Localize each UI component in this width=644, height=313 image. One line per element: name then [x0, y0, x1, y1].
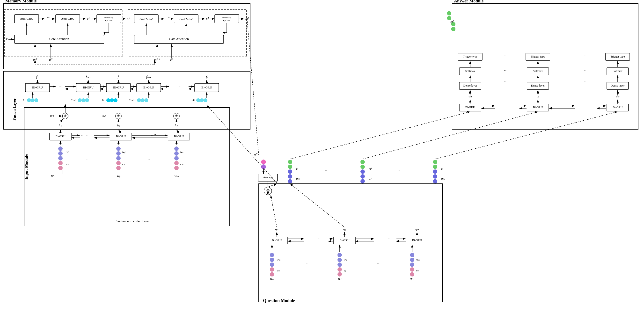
svg-point-92 [204, 98, 208, 102]
svg-point-174 [338, 253, 342, 257]
attn-gru-1a: Attn-GRU [20, 17, 34, 20]
svg-point-245 [360, 179, 365, 184]
svg-point-85 [114, 98, 118, 102]
svg-text:update: update [105, 19, 112, 22]
f1-label: f₁ [36, 75, 39, 79]
bigru-input-3: Bi-GRU [174, 135, 184, 138]
svg-point-246 [433, 160, 437, 164]
bigru-input-1: Bi-GRU [56, 135, 66, 138]
svg-line-266 [247, 19, 259, 155]
svg-line-267 [268, 184, 277, 187]
svg-point-127 [58, 151, 62, 156]
svg-text:···: ··· [388, 237, 390, 240]
svg-point-244 [360, 174, 365, 178]
svg-point-130 [58, 166, 62, 170]
q-in-label: qᵢₙ [415, 228, 419, 231]
svg-text:···: ··· [584, 79, 586, 83]
e-in: eᵢₙ [180, 162, 184, 166]
svg-point-133 [116, 146, 121, 151]
svg-point-177 [338, 267, 342, 272]
h-in: hᵢₙ [175, 124, 178, 127]
input-module-label: Input Module [24, 154, 29, 180]
svg-point-183 [410, 262, 414, 267]
svg-point-90 [196, 98, 200, 102]
bigru-q2: Bi-GRU [340, 238, 350, 242]
svg-point-264 [447, 16, 451, 20]
svg-point-181 [410, 253, 414, 257]
qi1-col: qᵢ₁ [296, 177, 300, 180]
svg-point-140 [174, 146, 179, 151]
si1-label: sᵢ₋₁ [71, 98, 76, 102]
svg-text:···: ··· [59, 85, 62, 88]
svg-point-184 [410, 267, 414, 272]
Wq-in: Wᵢₙ [410, 277, 414, 280]
svg-text:···: ··· [81, 134, 84, 137]
c1-label: c¹ [87, 17, 90, 20]
svg-text:···: ··· [504, 54, 506, 58]
svg-text:···: ··· [86, 158, 88, 162]
svg-text:···: ··· [377, 262, 380, 266]
svg-line-97 [60, 119, 63, 122]
svg-line-253 [290, 112, 470, 159]
bigru-fusion-2: Bi-GRU [83, 86, 94, 89]
q-i1-label: qᵢ₁ [275, 228, 278, 231]
eq-ij: eᵢⱼ [344, 269, 346, 272]
fl-label: fₗ [206, 75, 208, 79]
qin-col: qᵢₙ [441, 177, 445, 180]
fi-label: fᵢ [118, 75, 120, 79]
svg-line-265 [207, 105, 277, 183]
svg-text:···: ··· [168, 16, 171, 20]
Wq-ij: Wᵢⱼ [338, 277, 342, 280]
svg-text:···: ··· [163, 98, 166, 101]
bigru-fusion-5: Bi-GRU [201, 86, 212, 89]
gate-attention-2: Gate Attention [169, 37, 189, 41]
q-ij-label: qᵢⱼ [343, 228, 346, 231]
sentence-encoder-label: Sentence Encoder Layer [116, 220, 150, 223]
qstar-main: q* [254, 152, 258, 156]
mt-col2: mᵗ [369, 167, 372, 171]
svg-text:···: ··· [584, 54, 586, 58]
mt-col1: mᵗ [296, 167, 300, 171]
svg-point-178 [338, 272, 342, 276]
Wq-i1: Wᵢ₁ [270, 277, 274, 280]
ct-label: cᵗ [206, 17, 209, 20]
svg-point-237 [288, 164, 292, 169]
s1-label: s₁ [23, 98, 26, 102]
svg-line-261 [271, 195, 277, 227]
svg-text:···: ··· [148, 158, 150, 162]
svg-line-255 [435, 112, 618, 159]
svg-point-136 [116, 161, 121, 165]
svg-point-72 [31, 98, 34, 102]
svg-line-114 [176, 130, 179, 133]
svg-point-143 [174, 161, 179, 165]
softmax-1: Softmax [465, 69, 475, 73]
svg-text:···: ··· [504, 79, 506, 83]
m1-label: m¹ [127, 17, 130, 20]
attn-gru-2b: Attn-GRU [180, 17, 193, 20]
si1plus-label: sᵢ₊₁ [129, 98, 134, 102]
svg-point-81 [82, 98, 85, 102]
svg-text:···: ··· [151, 134, 154, 137]
svg-point-238 [288, 170, 292, 174]
svg-point-169 [270, 258, 274, 262]
bigru-q1: Bi-GRU [272, 238, 282, 242]
memory-update-2: memory [222, 16, 231, 18]
trigger-1: Trigger type [463, 55, 477, 58]
svg-text:···: ··· [398, 169, 400, 172]
svg-point-230 [451, 27, 456, 31]
svg-text:⊗: ⊗ [175, 114, 178, 118]
svg-text:···: ··· [178, 74, 180, 78]
wq-i1: wᵢ₁ [277, 258, 280, 261]
svg-point-172 [270, 272, 274, 276]
dense-2: Dense layer [531, 84, 545, 87]
alpha-ij-label: αᵢⱼ [102, 114, 106, 118]
svg-point-141 [174, 151, 179, 156]
h-i1: hᵢ₁ [59, 124, 62, 127]
svg-text:···: ··· [509, 104, 511, 108]
eq-i1: eᵢ₁ [277, 269, 280, 272]
svg-text:···: ··· [325, 169, 328, 172]
svg-point-84 [110, 98, 114, 102]
svg-point-240 [288, 179, 292, 184]
svg-point-247 [433, 164, 437, 169]
svg-point-144 [174, 166, 179, 170]
